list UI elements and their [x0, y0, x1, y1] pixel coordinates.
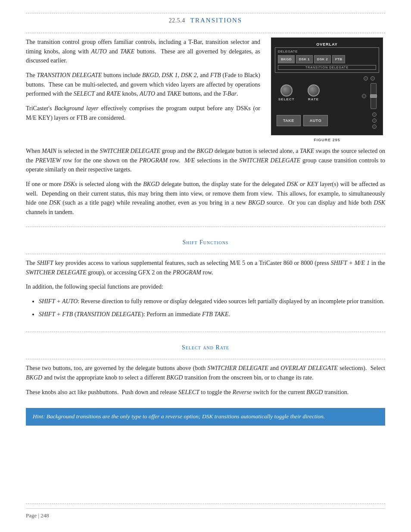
indicator-circle-1: [364, 76, 368, 81]
top-divider: [26, 13, 385, 13]
knob-section: SELECT RATE: [277, 84, 320, 101]
action-buttons-group: TAKE AUTO: [277, 115, 328, 126]
indicator-circle-5: [372, 118, 377, 123]
paragraph-3: TriCaster's Background layer effectively…: [26, 104, 260, 122]
indicator-circle-4: [372, 112, 377, 117]
paragraph-5: If one or more DSKs is selected along wi…: [26, 180, 385, 217]
hint-text: Hint: Background transitions are the onl…: [33, 413, 325, 420]
rate-knob-label: RATE: [308, 97, 319, 101]
section-title-text: Transitions: [190, 17, 242, 24]
ftb-button[interactable]: FTB: [332, 55, 345, 63]
figure-caption: Figure 295: [314, 138, 340, 142]
dsk1-button[interactable]: DSK 1: [296, 55, 313, 63]
delegate-group: DELEGATE BKGD DSK 1 DSK 2 FTB TRANSITION…: [275, 47, 379, 73]
select-knob[interactable]: [280, 84, 293, 96]
footer-divider: [26, 504, 385, 504]
rate-knob-group: RATE: [308, 84, 320, 101]
bottom-row: TAKE AUTO: [275, 112, 379, 129]
page-number: Page | 248: [26, 512, 49, 519]
indicator-circle-3: [362, 94, 366, 98]
right-controls-mid: [362, 76, 377, 109]
transition-delegate-bar: TRANSITION DELEGATE: [278, 65, 376, 70]
select-rate-divider-bottom: [26, 359, 385, 359]
intro-content-area: The transition control group offers fami…: [26, 37, 385, 142]
paragraph-8: These two buttons, too, are governed by …: [26, 364, 385, 382]
select-rate-divider-top: [26, 332, 385, 332]
header-bottom-divider: [26, 33, 385, 33]
paragraph-4: When MAIN is selected in the SWITCHER DE…: [26, 146, 385, 174]
intro-text-column: The transition control group offers fami…: [26, 37, 269, 142]
shift-functions-heading: Shift Functions: [26, 239, 385, 246]
tbar-track[interactable]: [371, 83, 377, 109]
hint-box: Hint: Background transitions are the onl…: [26, 408, 385, 426]
delegate-label-text: DELEGATE: [278, 50, 376, 53]
paragraph-2: The TRANSITION DELEGATE buttons include …: [26, 71, 260, 99]
bullet-item-1: SHIFT + AUTO: Reverse direction to fully…: [39, 297, 385, 306]
bkgd-button[interactable]: BKGD: [278, 55, 295, 63]
transition-delegate-label: TRANSITION DELEGATE: [280, 66, 374, 69]
figure-column: OVERLAY DELEGATE BKGD DSK 1 DSK 2 FTB TR…: [269, 37, 385, 142]
bullet-item-2: SHIFT + FTB (TRANSITION DELEGATE): Perfo…: [39, 310, 385, 319]
select-knob-label: SELECT: [278, 97, 295, 101]
rate-knob[interactable]: [308, 84, 320, 96]
select-knob-group: SELECT: [278, 84, 295, 101]
dsk2-button[interactable]: DSK 2: [314, 55, 331, 63]
paragraph-6: The SHIFT key provides access to various…: [26, 258, 385, 277]
indicator-circle-2: [371, 76, 375, 81]
section-number: 22.5.4: [169, 17, 185, 24]
paragraph-9: These knobs also act like pushbuttons. P…: [26, 388, 385, 397]
delegate-buttons-row: BKGD DSK 1 DSK 2 FTB: [278, 55, 376, 63]
shift-divider-bottom: [26, 254, 385, 254]
tbar-handle[interactable]: [370, 94, 377, 98]
overlay-label: OVERLAY: [275, 42, 379, 47]
bullet-list: SHIFT + AUTO: Reverse direction to fully…: [39, 297, 385, 322]
indicator-circle-6: [372, 124, 377, 129]
tbar-row: [362, 83, 377, 109]
shift-functions-label: Shift Functions: [183, 239, 229, 246]
select-rate-heading: Select and Rate: [26, 344, 385, 351]
spacer: [26, 432, 385, 499]
auto-button[interactable]: AUTO: [303, 115, 328, 126]
page-footer: Page | 248: [26, 508, 385, 519]
shift-divider-top: [26, 227, 385, 227]
take-button[interactable]: TAKE: [277, 115, 301, 126]
figure-295-box: OVERLAY DELEGATE BKGD DSK 1 DSK 2 FTB TR…: [271, 37, 383, 135]
section-heading: 22.5.4 Transitions: [26, 17, 385, 24]
select-rate-label: Select and Rate: [182, 344, 229, 351]
top-circles-row: [364, 76, 375, 81]
paragraph-1: The transition control group offers fami…: [26, 37, 260, 65]
paragraph-7: In addition, the following special funct…: [26, 282, 385, 292]
right-controls-bottom: [372, 112, 377, 129]
continuation-text: When MAIN is selected in the SWITCHER DE…: [26, 146, 385, 222]
page: 22.5.4 Transitions The transition contro…: [0, 0, 411, 532]
